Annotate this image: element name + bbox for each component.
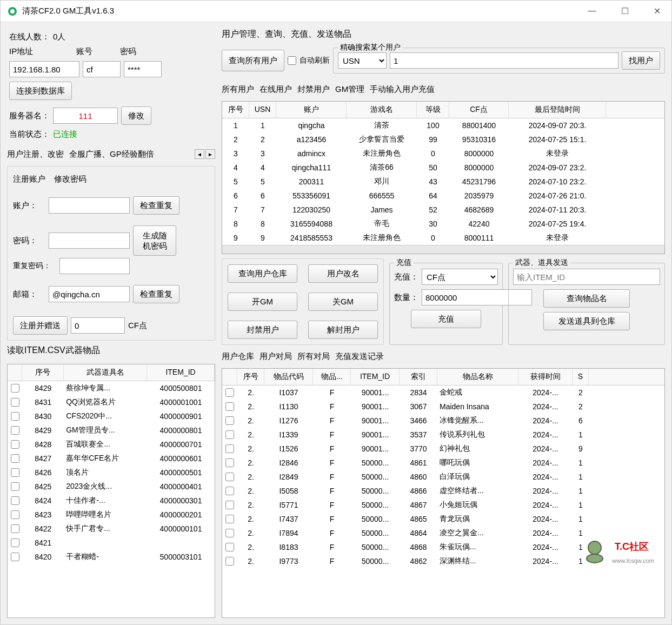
tab-banned-users[interactable]: 封禁用户 xyxy=(297,84,330,95)
table-row[interactable]: 22a123456少拿誓言当爱99953103162024-07-25 15:1… xyxy=(222,132,664,147)
table-row[interactable]: 8420干者糊蜡-5000003101 xyxy=(8,550,215,564)
close-gm-button[interactable]: 关GM xyxy=(308,292,378,311)
tab-manual-recharge[interactable]: 手动输入用户充值 xyxy=(370,84,435,95)
table-row[interactable]: 2.I1276F90001...3466冰锋觉醒系...2024-...6 xyxy=(222,414,664,428)
row-checkbox[interactable] xyxy=(11,538,19,547)
row-checkbox[interactable] xyxy=(225,515,234,523)
table-row[interactable]: 8431QQ浏览器名片4000001001 xyxy=(8,395,215,409)
table-row[interactable]: 8421 xyxy=(8,536,215,550)
row-checkbox[interactable] xyxy=(11,440,19,449)
row-checkbox[interactable] xyxy=(11,468,19,477)
table-row[interactable]: 8429蔡徐坤专属...4000500801 xyxy=(8,381,215,395)
table-row[interactable]: 992418585553未注册角色08000111未登录 xyxy=(222,231,664,245)
reg-email-input[interactable] xyxy=(49,286,130,302)
table-row[interactable]: 44qingcha111清茶665080000002024-09-07 23:2… xyxy=(222,161,664,175)
tab-warehouse[interactable]: 用户仓库 xyxy=(222,351,254,362)
query-warehouse-button[interactable]: 查询用户仓库 xyxy=(228,264,297,283)
subtab-register[interactable]: 注册账户 xyxy=(13,174,45,184)
tab-scroll-right[interactable]: ► xyxy=(205,149,215,159)
table-row[interactable]: 2.I2846F50000...4861哪吒玩偶2024-...1 xyxy=(222,456,664,470)
tab-recharge-log[interactable]: 充值发送记录 xyxy=(335,351,384,362)
table-row[interactable]: 2.I5058F50000...4866虚空终结者...2024-...1 xyxy=(222,484,664,498)
tab-scroll-left[interactable]: ◄ xyxy=(195,149,204,159)
row-checkbox[interactable] xyxy=(11,398,19,407)
row-checkbox[interactable] xyxy=(11,454,19,463)
table-row[interactable]: 8429GM管理员专...4000000801 xyxy=(8,423,215,437)
row-checkbox[interactable] xyxy=(225,444,234,453)
row-checkbox[interactable] xyxy=(225,543,234,551)
table-row[interactable]: 2.I8183F50000...4868朱雀玩偶...2024-...1 xyxy=(222,540,664,554)
reg-password-input[interactable] xyxy=(49,232,130,249)
gen-password-button[interactable]: 生成随机密码 xyxy=(133,225,176,256)
open-gm-button[interactable]: 开GM xyxy=(228,292,297,311)
search-input[interactable] xyxy=(390,52,618,69)
tab-online-users[interactable]: 在线用户 xyxy=(260,84,292,95)
tab-user-matches[interactable]: 用户对局 xyxy=(260,351,292,362)
row-checkbox[interactable] xyxy=(225,416,234,425)
tab-broadcast[interactable]: 全服广播、GP经验翻倍 xyxy=(69,149,154,159)
row-checkbox[interactable] xyxy=(11,524,19,533)
row-checkbox[interactable] xyxy=(225,402,234,411)
table-row[interactable]: 2.I1037F90001...2834金蛇戒2024-...2 xyxy=(222,385,664,400)
row-checkbox[interactable] xyxy=(225,473,234,481)
modify-button[interactable]: 修改 xyxy=(121,107,151,125)
table-row[interactable]: 883165594088帝毛30422402024-07-25 19:4. xyxy=(222,217,664,231)
tab-all-users[interactable]: 所有用户 xyxy=(222,84,254,95)
check-dup-account-button[interactable]: 检查重复 xyxy=(133,196,179,215)
table-row[interactable]: 2.I2849F50000...4860白泽玩偶2024-...1 xyxy=(222,470,664,484)
row-checkbox[interactable] xyxy=(11,384,19,393)
ip-input[interactable] xyxy=(9,61,79,77)
ban-user-button[interactable]: 封禁用户 xyxy=(228,321,297,339)
row-checkbox[interactable] xyxy=(225,430,234,439)
row-checkbox[interactable] xyxy=(11,510,19,519)
table-row[interactable]: 33admincx未注册角色08000000未登录 xyxy=(222,147,664,161)
tab-gm-manage[interactable]: GM管理 xyxy=(335,84,364,95)
table-row[interactable]: 2.I5771F50000...4867小兔姬玩偶2024-...1 xyxy=(222,498,664,512)
maximize-button[interactable]: ☐ xyxy=(617,4,633,18)
close-button[interactable]: ✕ xyxy=(649,4,665,18)
subtab-changepwd[interactable]: 修改密码 xyxy=(54,174,87,184)
reg-repassword-input[interactable] xyxy=(59,258,130,274)
search-user-button[interactable]: 找用户 xyxy=(622,51,660,70)
query-all-users-button[interactable]: 查询所有用户 xyxy=(222,50,284,71)
tab-register[interactable]: 用户注册、改密 xyxy=(7,149,64,159)
table-row[interactable]: 8428百城联赛全...4000000701 xyxy=(8,437,215,451)
table-row[interactable]: 8422快手广君专...4000000101 xyxy=(8,522,215,536)
search-type-select[interactable]: USN xyxy=(338,52,387,69)
connect-db-button[interactable]: 连接到数据库 xyxy=(9,82,72,100)
table-row[interactable]: 2.I1339F90001...3537传说系列礼包2024-...1 xyxy=(222,428,664,442)
table-row[interactable]: 8426顶名片4000000501 xyxy=(8,466,215,480)
row-checkbox[interactable] xyxy=(11,482,19,491)
row-checkbox[interactable] xyxy=(225,529,234,537)
table-row[interactable]: 2.I9773F50000...4862深渊终结...2024-...1 xyxy=(222,554,664,568)
recharge-type-select[interactable]: CF点 xyxy=(422,269,498,285)
table-row[interactable]: 77122030250James5246826892024-07-11 20:3… xyxy=(222,203,664,217)
row-checkbox[interactable] xyxy=(225,501,234,509)
recharge-button[interactable]: 充值 xyxy=(411,310,481,328)
reg-account-input[interactable] xyxy=(49,197,130,214)
send-item-button[interactable]: 发送道具到仓库 xyxy=(543,312,630,330)
item-id-input[interactable] xyxy=(513,269,660,285)
table-row[interactable]: 2.I7894F50000...4864凌空之翼金...2024-...1 xyxy=(222,526,664,540)
table-row[interactable]: 8427嘉年华CFE名片4000000601 xyxy=(8,451,215,466)
table-row[interactable]: 84252023金火线...4000000401 xyxy=(8,480,215,494)
auto-refresh-checkbox[interactable] xyxy=(288,56,296,65)
password-input[interactable] xyxy=(124,61,162,77)
row-checkbox[interactable] xyxy=(225,487,234,495)
table-row[interactable]: 55200311邓川43452317962024-07-10 23:2. xyxy=(222,175,664,189)
table-row[interactable]: 2.I7437F50000...4865青龙玩偶2024-...1 xyxy=(222,512,664,526)
row-checkbox[interactable] xyxy=(11,412,19,421)
query-item-button[interactable]: 查询物品名 xyxy=(543,289,630,308)
check-dup-email-button[interactable]: 检查重复 xyxy=(133,285,179,303)
register-submit-button[interactable]: 注册并赠送 xyxy=(13,316,68,335)
tab-all-matches[interactable]: 所有对局 xyxy=(297,351,330,362)
table-row[interactable]: 8423哔哩哔哩名片4000000201 xyxy=(8,508,215,522)
users-scrollbar[interactable] xyxy=(222,245,664,254)
table-row[interactable]: 2.I1526F90001...3770幻神礼包2024-...9 xyxy=(222,442,664,456)
row-checkbox[interactable] xyxy=(225,557,234,566)
account-input[interactable] xyxy=(83,61,121,77)
rename-user-button[interactable]: 用户改名 xyxy=(308,264,378,283)
row-checkbox[interactable] xyxy=(11,496,19,505)
minimize-button[interactable]: — xyxy=(583,4,601,18)
cf-bonus-input[interactable] xyxy=(71,317,125,334)
